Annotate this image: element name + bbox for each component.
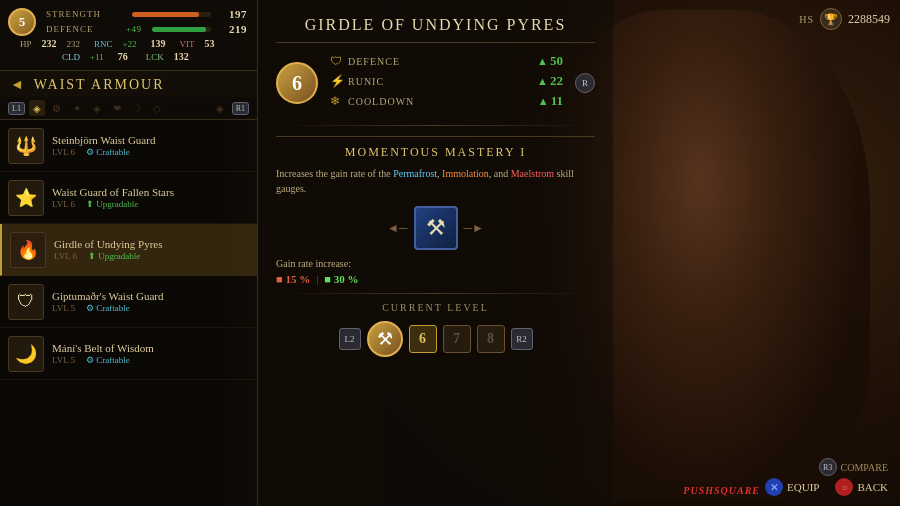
equip-lvl-4: LVL 5 (52, 355, 75, 365)
l2-badge[interactable]: L2 (339, 328, 361, 350)
r-badge: R (575, 73, 595, 93)
perk-title: MOMENTOUS MASTERY I (276, 136, 595, 160)
equip-lvl-0: LVL 6 (52, 147, 75, 157)
r1-badge[interactable]: R1 (232, 102, 249, 115)
tab-icon-active[interactable]: ◈ (29, 100, 45, 116)
equip-item-1[interactable]: ⭐ Waist Guard of Fallen Stars LVL 6 ⬆ Up… (0, 172, 257, 224)
equipment-list: 🔱 Steinbjörn Waist Guard LVL 6 ⚙ Craftab… (0, 120, 257, 461)
r3-badge[interactable]: R3 (819, 458, 837, 476)
item-stats-list: 🛡 DEFENCE ▲ 50 ⚡ RUNIC ▲ 22 ❄ COOLDOWN ▲… (330, 53, 563, 113)
perk-desc-1: Increases the gain rate of the (276, 168, 393, 179)
item-level-area: 6 🛡 DEFENCE ▲ 50 ⚡ RUNIC ▲ 22 ❄ COOLDOWN… (276, 53, 595, 113)
equip-name-1: Waist Guard of Fallen Stars (52, 186, 249, 198)
bottom-buttons: ✕ EQUIP ○ BACK (765, 478, 888, 496)
equip-icon-3: 🛡 (8, 284, 44, 320)
defence-bonus: +49 (126, 24, 142, 34)
equip-button[interactable]: ✕ EQUIP (765, 478, 819, 496)
equip-status-0: LVL 6 ⚙ Craftable (52, 147, 249, 157)
hp-value2: 232 (67, 39, 81, 49)
back-label: BACK (857, 481, 888, 493)
equip-icon-0: 🔱 (8, 128, 44, 164)
equip-info-3: Giptumaðr's Waist Guard LVL 5 ⚙ Craftabl… (52, 290, 249, 313)
secondary-stats-row: CLD +11 76 LCK 132 (10, 51, 247, 62)
compare-area: R3 COMPARE (819, 458, 888, 476)
equip-name-0: Steinbjörn Waist Guard (52, 134, 249, 146)
tab-icon-2[interactable]: ✦ (69, 100, 85, 116)
stat-name-0: DEFENCE (348, 56, 537, 67)
hs-icon: 🏆 (820, 8, 842, 30)
rnc-value: 139 (151, 38, 166, 49)
stat-name-1: RUNIC (348, 76, 537, 87)
tab-icon-5[interactable]: ☽ (129, 100, 145, 116)
perk-highlight-maelstrom: Maelstrom (511, 168, 554, 179)
perk-gem-icon: ⚒ (414, 206, 458, 250)
tab-icon-7[interactable]: ◈ (212, 100, 228, 116)
stat-num-1: 22 (550, 73, 563, 89)
level-num-8[interactable]: 8 (477, 325, 505, 353)
tab-icon-6[interactable]: ◇ (149, 100, 165, 116)
equip-lvl-1: LVL 6 (52, 199, 75, 209)
current-level-title: CURRENT LEVEL (276, 302, 595, 313)
x-button-icon[interactable]: ✕ (765, 478, 783, 496)
lck-value: 132 (174, 51, 189, 62)
level-num-6[interactable]: 6 (409, 325, 437, 353)
section-title: WAIST ARMOUR (34, 77, 165, 93)
tab-bar: L1 ◈ ⚙ ✦ ◈ ❤ ☽ ◇ ◈ R1 (0, 97, 257, 120)
level-anvil-icon: ⚒ (367, 321, 403, 357)
divider-2 (276, 293, 595, 294)
level-selector: L2 ⚒ 6 7 8 R2 (276, 321, 595, 357)
perk-desc-3: , and (489, 168, 511, 179)
equip-icon-2: 🔥 (10, 232, 46, 268)
hp-label: HP (20, 39, 32, 49)
equip-icon-1: ⭐ (8, 180, 44, 216)
vit-value: 53 (205, 38, 215, 49)
equip-info-2: Girdle of Undying Pyres LVL 6 ⬆ Upgradab… (54, 238, 249, 261)
rnc-label: RNC (94, 39, 113, 49)
equip-lvl-3: LVL 5 (52, 303, 75, 313)
r2-badge[interactable]: R2 (511, 328, 533, 350)
divider-1 (276, 125, 595, 126)
perk-arrow-right: ─► (464, 221, 484, 236)
cld-label: CLD (62, 52, 80, 62)
tab-icon-3[interactable]: ◈ (89, 100, 105, 116)
stats-area: 5 STRENGTH 197 DEFENCE +49 219 HP 232 23… (0, 0, 257, 71)
gain-separator: | (316, 273, 318, 285)
compare-label: COMPARE (841, 462, 888, 473)
stat-icon-0: 🛡 (330, 54, 348, 69)
gain-label: Gain rate increase: (276, 258, 595, 269)
equip-item-0[interactable]: 🔱 Steinbjörn Waist Guard LVL 6 ⚙ Craftab… (0, 120, 257, 172)
back-button[interactable]: ○ BACK (835, 478, 888, 496)
section-title-area: ◄ WAIST ARMOUR (0, 71, 257, 97)
lck-label: LCK (146, 52, 164, 62)
equip-status-badge-3: ⚙ Craftable (86, 303, 130, 313)
stat-num-0: 50 (550, 53, 563, 69)
strength-label: STRENGTH (46, 9, 126, 19)
gain-values: ■ 15 % | ■ 30 % (276, 273, 595, 285)
defence-label: DEFENCE (46, 24, 126, 34)
perk-icon-row: ◄─ ⚒ ─► (276, 206, 595, 250)
equip-status-badge-4: ⚙ Craftable (86, 355, 130, 365)
o-button-icon[interactable]: ○ (835, 478, 853, 496)
left-panel: 5 STRENGTH 197 DEFENCE +49 219 HP 232 23… (0, 0, 258, 506)
perk-highlight-permafrost: Permafrost (393, 168, 437, 179)
item-stat-0: 🛡 DEFENCE ▲ 50 (330, 53, 563, 69)
equip-status-badge-1: ⬆ Upgradable (86, 199, 138, 209)
equip-item-4[interactable]: 🌙 Máni's Belt of Wisdom LVL 5 ⚙ Craftabl… (0, 328, 257, 380)
equip-info-0: Steinbjörn Waist Guard LVL 6 ⚙ Craftable (52, 134, 249, 157)
level-num-7[interactable]: 7 (443, 325, 471, 353)
stat-name-2: COOLDOWN (348, 96, 538, 107)
pushsquare-logo: PUSHSQUARE (683, 485, 760, 496)
item-stat-2: ❄ COOLDOWN ▲ 11 (330, 93, 563, 109)
equip-item-2[interactable]: 🔥 Girdle of Undying Pyres LVL 6 ⬆ Upgrad… (0, 224, 257, 276)
equip-status-1: LVL 6 ⬆ Upgradable (52, 199, 249, 209)
equip-status-4: LVL 5 ⚙ Craftable (52, 355, 249, 365)
hud-area: HS 🏆 2288549 (799, 8, 890, 30)
equip-lvl-2: LVL 6 (54, 251, 77, 261)
l1-badge[interactable]: L1 (8, 102, 25, 115)
tab-icon-4[interactable]: ❤ (109, 100, 125, 116)
tab-icon-1[interactable]: ⚙ (49, 100, 65, 116)
equip-item-3[interactable]: 🛡 Giptumaðr's Waist Guard LVL 5 ⚙ Crafta… (0, 276, 257, 328)
stat-up-0: ▲ (537, 55, 548, 67)
item-stat-1: ⚡ RUNIC ▲ 22 (330, 73, 563, 89)
cld-bonus: +11 (90, 52, 104, 62)
